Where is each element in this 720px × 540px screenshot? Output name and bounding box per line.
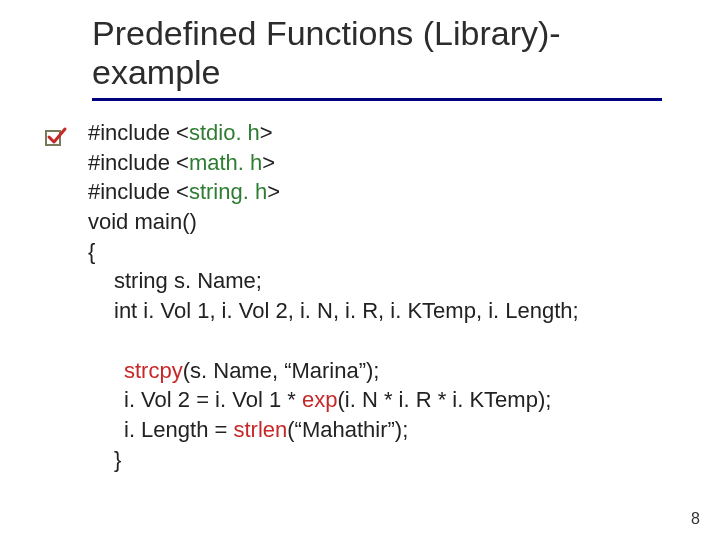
lib-math: math. h: [189, 150, 262, 175]
lib-string: string. h: [189, 179, 267, 204]
text: >: [262, 150, 275, 175]
slide-title-block: Predefined Functions (Library)- example: [92, 14, 692, 101]
text: (s. Name, “Marina”);: [183, 358, 380, 383]
fn-exp: exp: [302, 387, 337, 412]
code-line-blank: [88, 326, 678, 356]
text: #include <: [88, 120, 189, 145]
code-block: #include <stdio. h> #include <math. h> #…: [88, 118, 678, 474]
text: >: [260, 120, 273, 145]
code-line-strcpy: strcpy(s. Name, “Marina”);: [88, 356, 678, 386]
code-line-include-math: #include <math. h>: [88, 148, 678, 178]
page-number: 8: [691, 510, 700, 528]
code-line-decl-string: string s. Name;: [88, 266, 678, 296]
text: i. Length =: [124, 417, 233, 442]
fn-strcpy: strcpy: [124, 358, 183, 383]
text: >: [267, 179, 280, 204]
code-line-include-stdio: #include <stdio. h>: [88, 118, 678, 148]
code-line-exp: i. Vol 2 = i. Vol 1 * exp(i. N * i. R * …: [88, 385, 678, 415]
text: #include <: [88, 150, 189, 175]
code-line-brace-open: {: [88, 237, 678, 267]
slide-title-line1: Predefined Functions (Library)-: [92, 14, 692, 53]
text: (“Mahathir”);: [287, 417, 408, 442]
text: i. Vol 2 = i. Vol 1 *: [124, 387, 302, 412]
lib-stdio: stdio. h: [189, 120, 260, 145]
title-underline: [92, 98, 662, 101]
fn-strlen: strlen: [233, 417, 287, 442]
slide: Predefined Functions (Library)- example …: [0, 0, 720, 540]
code-line-include-string: #include <string. h>: [88, 177, 678, 207]
text: #include <: [88, 179, 189, 204]
code-line-decl-ints: int i. Vol 1, i. Vol 2, i. N, i. R, i. K…: [88, 296, 678, 326]
code-line-brace-close: }: [88, 445, 678, 475]
text: (i. N * i. R * i. KTemp);: [337, 387, 551, 412]
code-line-strlen: i. Length = strlen(“Mahathir”);: [88, 415, 678, 445]
code-line-main: void main(): [88, 207, 678, 237]
slide-title-line2: example: [92, 53, 692, 92]
bullet-box-icon: [44, 126, 68, 150]
